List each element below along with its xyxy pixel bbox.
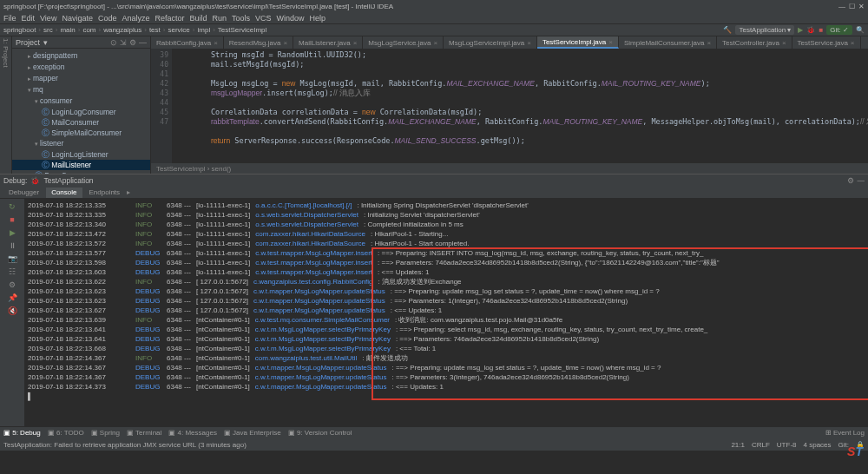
collapse-icon[interactable]: ⇲ [120,38,127,47]
bottom-tab[interactable]: ▣ Spring [91,429,120,437]
breadcrumb-item[interactable]: springboot [3,26,36,34]
breadcrumb-item[interactable]: src [43,26,53,34]
tree-item[interactable]: mq [12,84,150,95]
close-tab-icon[interactable]: × [851,39,855,47]
tree-item[interactable]: Ⓒ SimpleMailConsumer [12,128,150,138]
run-config-selector[interactable]: TestApplication ▾ [735,25,794,35]
menu-navigate[interactable]: Navigate [62,14,93,23]
chevron-down-icon[interactable]: ▾ [43,38,48,47]
breadcrumb-item[interactable]: impl [197,26,210,34]
close-tab-icon[interactable]: × [214,39,218,47]
code-editor[interactable]: String msgId = RandomUtil.UUID32(); mail… [172,49,868,163]
menu-run[interactable]: Run [213,14,227,23]
breadcrumb-item[interactable]: test [149,26,161,34]
search-icon[interactable]: 🔍 [856,26,865,34]
tree-item[interactable]: Ⓒ MailConsumer [12,117,150,128]
bottom-tab[interactable]: ▣ Terminal [127,429,161,437]
menu-view[interactable]: View [40,14,56,23]
stop-icon[interactable]: ■ [10,215,14,224]
editor-tab[interactable]: RabbitConfig.java× [151,36,224,49]
gear-icon[interactable]: ⚙ [847,176,854,185]
debug-tab-endpoints[interactable]: Endpoints [84,188,126,198]
menu-file[interactable]: File [3,14,16,23]
menu-analyze[interactable]: Analyze [122,14,149,23]
tree-item[interactable]: listener [12,138,150,149]
close-tab-icon[interactable]: × [283,39,287,47]
bottom-tab[interactable]: ▣ 9: Version Control [288,429,352,437]
event-log-tab[interactable]: ⊞ Event Log [825,429,865,437]
editor-tab[interactable]: ResendMsg.java× [224,36,293,49]
caret-position[interactable]: 21:1 [731,441,745,449]
stop-icon[interactable]: ■ [819,26,823,34]
breadcrumb-item[interactable]: com [82,26,95,34]
breadcrumb[interactable]: springboot›src›main›com›wangzaiplus›test… [3,26,266,34]
layout-icon[interactable]: ☷ [9,267,16,276]
menu-edit[interactable]: Edit [22,14,36,23]
tree-item[interactable]: consumer [12,95,150,107]
pause-icon[interactable]: ⏸ [9,241,16,250]
menu-window[interactable]: Window [277,14,305,23]
menu-refactor[interactable]: Refactor [155,14,184,23]
debug-tab-debugger[interactable]: Debugger [3,188,44,198]
bottom-tab[interactable]: ▣ Java Enterprise [224,429,281,437]
breadcrumb-item[interactable]: main [60,26,75,34]
close-icon[interactable]: ✕ [858,3,865,10]
close-tab-icon[interactable]: × [527,39,531,47]
mute-icon[interactable]: 🔇 [8,306,17,315]
tree-item[interactable]: Ⓒ MailListener [12,160,150,170]
breadcrumb-item[interactable]: TestServiceImpl [218,26,266,34]
maximize-icon[interactable]: ☐ [849,3,855,10]
editor-tab[interactable]: TestController.java× [717,36,792,49]
build-icon[interactable]: 🔨 [723,26,732,34]
breadcrumb-item[interactable]: wangzaiplus [103,26,141,34]
pin-icon[interactable]: 📌 [8,293,17,302]
rerun-icon[interactable]: ↻ [9,202,16,211]
debug-tab-console[interactable]: Console [46,188,82,198]
close-tab-icon[interactable]: × [433,39,437,47]
settings-icon[interactable]: ⚙ [9,280,16,289]
project-tool-button[interactable]: 1: Project [2,38,10,68]
line-separator[interactable]: CRLF [752,441,770,449]
run-icon[interactable]: ▶ [798,26,803,34]
close-tab-icon[interactable]: × [608,38,613,46]
bottom-tab[interactable]: ▣ 4: Messages [168,429,217,437]
hide-icon[interactable]: — [139,38,147,47]
hide-icon[interactable]: — [858,176,865,185]
camera-icon[interactable]: 📷 [8,254,17,263]
breadcrumb-item[interactable]: service [168,26,189,34]
tree-item[interactable]: Ⓒ LoginLogListener [12,149,150,160]
menu-build[interactable]: Build [189,14,207,23]
bottom-tab[interactable]: ▣ 6: TODO [48,429,84,437]
gear-icon[interactable]: ⚙ [129,38,136,47]
tree-item[interactable]: Ⓒ LoginLogConsumer [12,107,150,117]
minimize-icon[interactable]: — [838,3,845,10]
menu-code[interactable]: Code [98,14,117,23]
menu-tools[interactable]: Tools [232,14,250,23]
bottom-tab[interactable]: ▣ 5: Debug [3,429,41,437]
close-tab-icon[interactable]: × [353,39,358,47]
tree-item[interactable]: designpattern [12,50,150,62]
editor-tab[interactable]: TestService.java× [792,36,861,49]
editor-tab[interactable]: SimpleMailConsumer.java× [619,36,717,49]
tree-item[interactable]: Ⓒ BaseConsumer [12,170,150,174]
project-tree[interactable]: designpatternexceptionmappermqconsumerⒸ … [12,49,150,174]
editor-tab[interactable]: MsgLogServiceImpl.java× [444,36,537,49]
console-output[interactable]: 2019-07-18 18:22:13.335INFO6348 --- [io-… [24,199,868,426]
file-encoding[interactable]: UTF-8 [777,441,797,449]
editor-tab[interactable]: MailListener.java× [293,36,363,49]
menu-vcs[interactable]: VCS [255,14,272,23]
debug-tool-window: Debug: 🐞 TestApplication ⚙ — DebuggerCon… [0,174,868,426]
indent-info[interactable]: 4 spaces [804,441,832,449]
editor-tab[interactable]: TestServiceImpl.java× [537,36,619,49]
close-tab-icon[interactable]: × [782,39,786,47]
tree-item[interactable]: mapper [12,73,150,84]
tree-item[interactable]: exception [12,62,150,73]
debug-icon[interactable]: 🐞 [806,26,815,34]
editor-breadcrumb[interactable]: TestServiceImpl › send() [151,163,868,174]
resume-icon[interactable]: ▶ [10,228,16,237]
editor-tab[interactable]: MsgLogService.java× [363,36,444,49]
git-toolbar[interactable]: Git: ✓ [826,25,852,35]
close-tab-icon[interactable]: × [707,39,711,47]
locate-icon[interactable]: ⊙ [110,38,117,47]
menu-help[interactable]: Help [310,14,326,23]
